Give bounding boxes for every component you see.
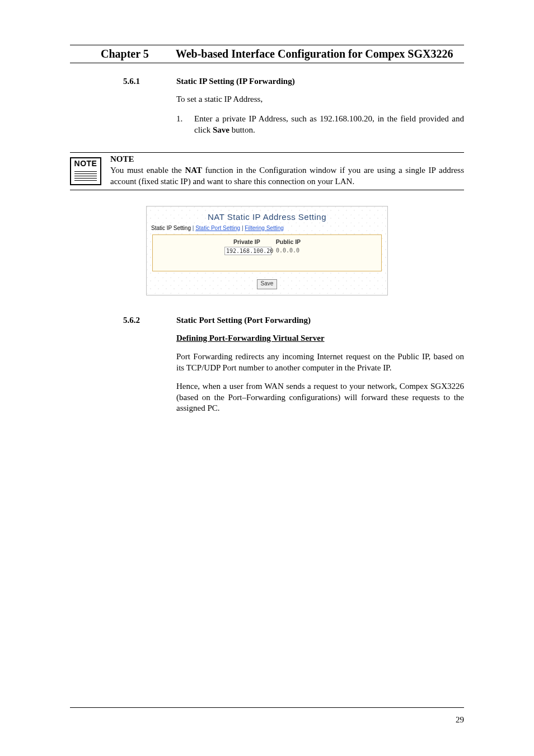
nat-static-ip-dialog: NAT Static IP Address Setting Static IP … [146, 206, 388, 295]
dialog-panel: Private IP Public IP 192.168.100.20 0.0.… [152, 234, 382, 271]
private-ip-input[interactable]: 192.168.100.20 [224, 247, 271, 255]
col-header-public-ip: Public IP [276, 238, 301, 245]
col-header-private-ip: Private IP [233, 238, 260, 245]
note-icon: NOTE [70, 157, 101, 185]
step-text: Enter a private IP Address, such as 192.… [194, 113, 464, 136]
tab-static-port[interactable]: Static Port Setting [195, 225, 240, 231]
save-button[interactable]: Save [257, 279, 278, 289]
note-text: NOTE You must enable the NAT function in… [110, 153, 464, 190]
dialog-title: NAT Static IP Address Setting [147, 206, 387, 225]
note-icon-label: NOTE [74, 159, 97, 168]
tab-static-ip[interactable]: Static IP Setting [151, 225, 191, 231]
section-5-6-1-heading: 5.6.1 Static IP Setting (IP Forwarding) [70, 77, 464, 86]
chapter-label: Chapter 5 [70, 48, 176, 60]
subsection-heading: Defining Port-Forwarding Virtual Server [176, 334, 325, 342]
note-icon-lines [74, 170, 97, 182]
page-number: 29 [456, 715, 464, 725]
section-body: To set a static IP Address, [70, 94, 464, 105]
section-title: Static IP Setting (IP Forwarding) [176, 77, 295, 86]
public-ip-value: 0.0.0.0 [276, 247, 310, 254]
chapter-title: Web-based Interface Configuration for Co… [176, 48, 453, 60]
tab-filtering[interactable]: Filtering Setting [245, 225, 283, 231]
section-body: Defining Port-Forwarding Virtual Server … [70, 333, 464, 414]
step-number: 1. [176, 113, 194, 136]
section-title: Static Port Setting (Port Forwarding) [176, 316, 311, 325]
chapter-header: Chapter 5 Web-based Interface Configurat… [70, 45, 464, 63]
section-number: 5.6.1 [70, 77, 176, 86]
paragraph: Hence, when a user from WAN sends a requ… [176, 381, 464, 414]
intro-text: To set a static IP Address, [176, 94, 464, 105]
section-5-6-2-heading: 5.6.2 Static Port Setting (Port Forwardi… [70, 316, 464, 325]
note-label: NOTE [110, 154, 134, 163]
footer-divider [70, 707, 464, 708]
section-number: 5.6.2 [70, 316, 176, 325]
paragraph: Port Forwarding redirects any incoming I… [176, 351, 464, 373]
step-list-item: 1. Enter a private IP Address, such as 1… [70, 113, 464, 136]
dialog-tabs: Static IP Setting | Static Port Setting … [147, 225, 387, 233]
